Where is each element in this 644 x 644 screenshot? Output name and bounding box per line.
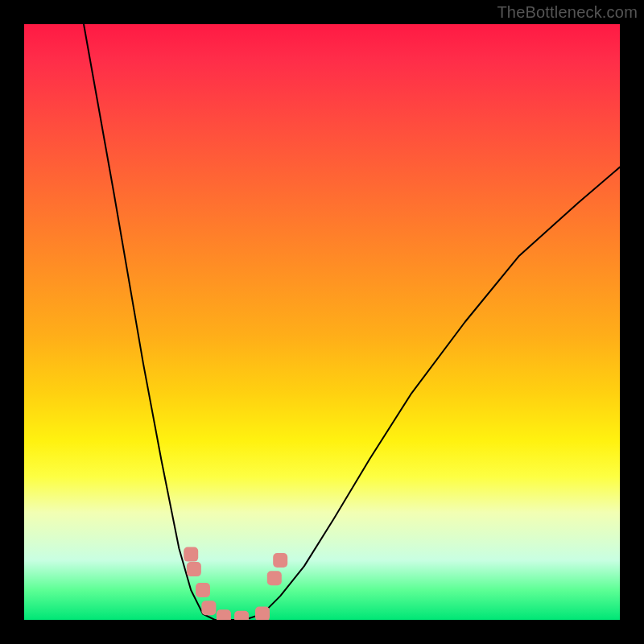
sample-point-marker: [267, 571, 282, 585]
sample-point-marker: [217, 609, 231, 620]
sample-point-marker: [255, 607, 270, 620]
sample-point-marker: [196, 583, 210, 597]
watermark-text: TheBottleneck.com: [497, 3, 638, 22]
plot-area: [24, 24, 620, 620]
sample-point-marker: [201, 601, 216, 615]
sample-point-marker: [273, 553, 287, 568]
chart-svg: [24, 24, 620, 620]
sample-points-group: [184, 547, 287, 620]
bottleneck-curve-line: [84, 24, 620, 620]
frame: TheBottleneck.com: [0, 0, 644, 644]
sample-point-marker: [234, 611, 249, 620]
sample-point-marker: [184, 547, 198, 562]
sample-point-marker: [187, 562, 201, 576]
